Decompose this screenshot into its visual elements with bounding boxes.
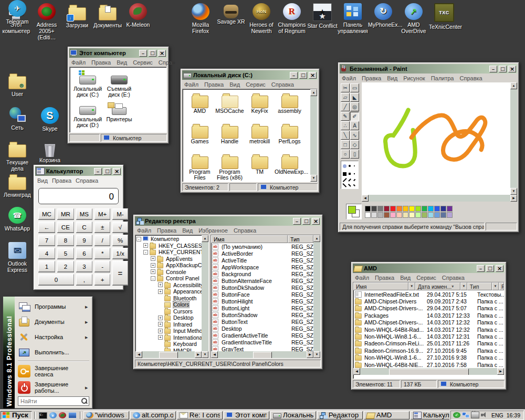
palette-color[interactable] — [447, 212, 453, 218]
calculator-key[interactable]: C — [76, 222, 92, 233]
maximize-button[interactable] — [299, 72, 307, 79]
menu-item[interactable]: Рисунок — [403, 75, 425, 81]
close-button[interactable] — [312, 218, 320, 225]
menu-item[interactable]: Справка — [442, 275, 465, 281]
palette-color[interactable] — [409, 212, 415, 218]
palette-color[interactable] — [403, 206, 408, 212]
menu-item[interactable]: Вид — [117, 59, 127, 66]
desktop-icon[interactable]: K-Meleon — [123, 3, 153, 40]
file-row[interactable]: Packages 14.03.2017 12:33 Папка с ... — [353, 312, 504, 319]
menu-item[interactable]: Файл — [184, 81, 198, 88]
vertical-scrollbar[interactable] — [313, 235, 320, 358]
tree-node[interactable]: Infrared — [135, 321, 202, 328]
registry-value-row[interactable]: (По умолчанию) REG_SZ — [211, 243, 313, 250]
brush-size-option[interactable] — [343, 183, 346, 187]
expand-toggle-icon[interactable] — [158, 289, 163, 294]
registry-value-row[interactable]: Desktop REG_SZ — [211, 325, 313, 332]
calculator-key[interactable]: 2 — [57, 261, 74, 272]
registry-value-row[interactable]: AppWorkspace REG_SZ — [211, 264, 313, 270]
brush-size-option[interactable] — [343, 164, 346, 168]
registry-value-row[interactable]: ActiveBorder REG_SZ — [211, 250, 313, 257]
drive-tile[interactable]: Съемный диск (E:) — [103, 70, 135, 101]
minimize-button[interactable] — [94, 168, 102, 175]
calculator-key[interactable]: MS — [76, 208, 92, 219]
paint-tool-button[interactable]: □ — [341, 140, 350, 149]
maximize-button[interactable] — [302, 218, 310, 225]
brush-size-option[interactable] — [348, 184, 351, 186]
palette-color[interactable] — [384, 206, 390, 212]
menu-item[interactable]: Правка — [375, 275, 394, 281]
tree-node[interactable]: Colors — [135, 301, 202, 308]
close-button[interactable] — [508, 66, 516, 72]
expand-toggle-icon[interactable] — [158, 282, 163, 287]
registry-value-row[interactable]: GradientActiveTitle REG_SZ — [211, 332, 313, 339]
menu-item[interactable]: Справка — [271, 81, 294, 88]
taskbar-window-button[interactable]: Калькулятор — [411, 411, 449, 419]
taskbar-window-button[interactable]: Re: I conside... — [177, 411, 223, 419]
column-filter-dropdown[interactable] — [460, 282, 467, 290]
expand-toggle-icon[interactable] — [143, 250, 148, 255]
calculator-key[interactable]: = — [112, 261, 128, 285]
menu-item[interactable]: Файл — [342, 75, 356, 81]
calculator-key[interactable]: / — [94, 235, 110, 246]
column-header-type[interactable]: Тип — [288, 235, 313, 243]
file-row[interactable]: Non-WHQL-64Bit-Rad... 14.03.2017 12:32 П… — [353, 326, 504, 333]
tree-node[interactable]: HKEY_CURRENT_US — [135, 249, 202, 256]
paint-tool-button[interactable]: ▭ — [350, 83, 359, 92]
palette-color[interactable] — [371, 206, 377, 212]
minimize-button[interactable] — [293, 218, 301, 225]
column-header-name[interactable]: Имя — [353, 282, 408, 290]
maximize-button[interactable] — [499, 66, 507, 72]
menu-item[interactable]: Правка — [204, 81, 224, 88]
desktop-icon[interactable]: Outlook Express — [2, 242, 33, 273]
folder-tile[interactable]: Games — [185, 123, 215, 153]
file-row[interactable]: InternetReadFileEx.txt 29.04.2017 5:15 Т… — [353, 291, 504, 298]
file-row[interactable]: Non-WHQL-Win8.1-6... 27.10.2016 9:38 Пап… — [353, 354, 504, 361]
menu-overflow-chevron[interactable]: » — [172, 59, 175, 66]
calculator-key[interactable]: ± — [94, 222, 110, 233]
vertical-scrollbar[interactable] — [510, 82, 517, 195]
folder-tile[interactable]: OldNewExp... — [275, 153, 304, 182]
registry-value-row[interactable]: ButtonHilight REG_SZ — [211, 298, 313, 304]
horizontal-scrollbar[interactable] — [135, 351, 202, 358]
paint-tool-button[interactable]: ∿ — [350, 131, 359, 140]
registry-value-row[interactable]: ButtonDkShadow REG_SZ — [211, 284, 313, 291]
start-button[interactable]: Пуск — [1, 411, 32, 419]
brush-size-option[interactable] — [348, 178, 351, 181]
paint-tool-button[interactable]: ✐ — [350, 112, 359, 121]
menu-item[interactable]: Правка — [157, 227, 176, 234]
desktop-icon[interactable]: Telegram — [2, 0, 33, 25]
registry-value-row[interactable]: GrayText REG_SZ — [211, 345, 313, 351]
paint-tool-button[interactable]: ∴ — [341, 121, 350, 130]
scroll-down-arrow[interactable] — [313, 351, 320, 358]
tree-node[interactable]: Bluetooth — [135, 295, 202, 302]
titlebar[interactable]: Безымянный - Paint — [340, 64, 517, 74]
registry-value-row[interactable]: ButtonLight REG_SZ — [211, 304, 313, 311]
tree-node[interactable]: AppXBackupCon — [135, 262, 202, 269]
scroll-right-arrow[interactable] — [510, 195, 517, 202]
folder-tile[interactable]: KeyFix — [245, 92, 275, 123]
scrollbar-thumb[interactable] — [253, 352, 272, 358]
calculator-key[interactable]: 8 — [57, 235, 74, 246]
tree-node[interactable]: Компьютер — [135, 236, 202, 243]
tray-icon[interactable] — [471, 412, 479, 418]
close-button[interactable] — [158, 50, 166, 57]
calculator-key[interactable]: + — [94, 274, 110, 285]
folder-tile[interactable]: MSOCache — [215, 92, 245, 123]
taskbar-window-button[interactable]: Редактор р... — [317, 411, 363, 419]
start-menu-item[interactable]: Завершение сеанса — [16, 363, 91, 379]
desktop-icon[interactable]: TeXnicCenter — [429, 3, 459, 40]
tree-node[interactable]: MMCPL — [135, 348, 202, 352]
vertical-scrollbar[interactable] — [202, 235, 208, 358]
column-header-name[interactable]: Имя — [211, 235, 288, 243]
scrollbar-thumb[interactable] — [389, 369, 469, 375]
start-menu-item[interactable]: Выполнить... — [16, 344, 91, 360]
folder-tile[interactable]: Handle — [215, 123, 245, 153]
quick-launch-icon[interactable] — [59, 412, 66, 418]
calculator-key[interactable]: MC — [38, 208, 55, 219]
calculator-key[interactable]: 1 — [38, 261, 55, 272]
brush-size-option[interactable] — [343, 172, 346, 176]
calculator-key[interactable]: 3 — [76, 261, 92, 272]
expand-toggle-icon[interactable] — [158, 335, 163, 340]
palette-color[interactable] — [396, 212, 402, 218]
